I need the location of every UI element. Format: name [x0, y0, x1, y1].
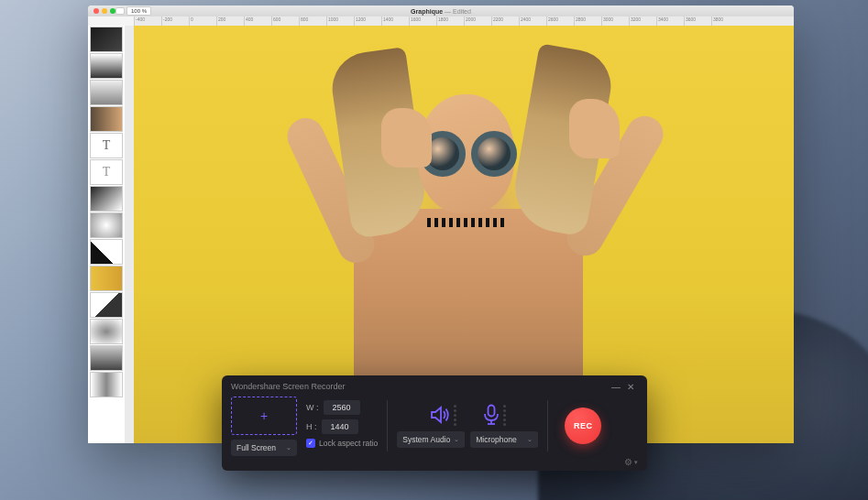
ruler-tick: 800: [299, 16, 326, 26]
chevron-down-icon: ⌄: [286, 444, 291, 451]
record-label: REC: [574, 421, 593, 430]
section-divider: [387, 400, 388, 451]
layer-thumbnail[interactable]: [90, 106, 123, 132]
ruler-tick: 3400: [656, 16, 684, 26]
view-mode-button[interactable]: [115, 7, 125, 15]
speaker-level-indicator: [454, 405, 456, 426]
capture-region-button[interactable]: +: [231, 397, 297, 435]
recorder-titlebar[interactable]: Wondershare Screen Recorder — ✕: [222, 375, 647, 397]
layer-thumbnail[interactable]: [90, 53, 123, 79]
vertical-ruler: [125, 26, 134, 443]
layer-thumbnail[interactable]: [90, 372, 123, 397]
layer-thumbnail[interactable]: [90, 27, 123, 52]
editor-titlebar: 100 % Graphique — Edited: [88, 5, 794, 16]
zoom-level[interactable]: 100 %: [126, 6, 151, 16]
height-label: H :: [306, 422, 317, 431]
layer-thumbnail-rail: T T: [88, 26, 125, 443]
microphone-icon: [482, 404, 500, 426]
record-button[interactable]: REC: [565, 408, 601, 444]
check-icon: ✓: [308, 440, 313, 447]
ruler-tick: 2800: [574, 16, 601, 26]
ruler-tick: 3800: [711, 16, 739, 26]
gear-icon: ⚙: [624, 457, 632, 467]
editor-mini-toolbar: 100 %: [115, 6, 151, 16]
window-close-button[interactable]: [93, 8, 99, 14]
ruler-tick: 2400: [519, 16, 546, 26]
chevron-down-icon: ⌄: [454, 436, 459, 443]
layer-thumbnail[interactable]: [90, 266, 123, 291]
recorder-close-button[interactable]: ✕: [623, 382, 638, 392]
ruler-tick: 600: [271, 16, 299, 26]
screen-recorder-panel: Wondershare Screen Recorder — ✕ + Full S…: [222, 375, 647, 471]
layer-thumbnail[interactable]: [90, 345, 123, 371]
width-input[interactable]: [324, 400, 360, 415]
plus-icon: +: [260, 408, 268, 423]
window-title: Graphique — Edited: [411, 8, 471, 15]
document-status: Edited: [453, 8, 471, 15]
document-name: Graphique: [411, 8, 443, 15]
horizontal-ruler: -400-20002004006008001000120014001600180…: [134, 16, 794, 26]
chevron-down-icon: ⌄: [527, 436, 533, 443]
ruler-tick: 3600: [684, 16, 711, 26]
ruler-tick: 1000: [326, 16, 354, 26]
layer-thumbnail[interactable]: [90, 212, 123, 238]
layer-thumbnail[interactable]: [90, 80, 123, 105]
height-input[interactable]: [322, 419, 358, 434]
microphone-select[interactable]: Microphone ⌄: [470, 431, 538, 448]
layer-thumbnail[interactable]: [90, 292, 123, 318]
ruler-tick: -400: [134, 16, 161, 26]
ruler-tick: -200: [161, 16, 189, 26]
ruler-tick: 2600: [546, 16, 574, 26]
ruler-tick: 1400: [381, 16, 409, 26]
lock-aspect-checkbox[interactable]: ✓: [306, 439, 315, 448]
ruler-tick: 3000: [601, 16, 629, 26]
speaker-icon: [429, 405, 451, 425]
lock-aspect-label: Lock aspect ratio: [319, 439, 378, 448]
ruler-tick: 2000: [464, 16, 491, 26]
window-minimize-button[interactable]: [102, 8, 107, 14]
section-divider: [547, 400, 548, 451]
layer-thumbnail[interactable]: [90, 239, 123, 265]
ruler-tick: 0: [189, 16, 216, 26]
system-audio-select[interactable]: System Audio ⌄: [397, 431, 465, 448]
ruler-tick: 400: [244, 16, 271, 26]
width-label: W :: [306, 403, 319, 412]
ruler-tick: 3200: [629, 16, 656, 26]
chevron-down-icon: ▾: [634, 459, 638, 466]
ruler-tick: 1200: [354, 16, 381, 26]
text-layer-thumbnail[interactable]: T: [90, 159, 123, 185]
layer-thumbnail[interactable]: [90, 319, 123, 344]
ruler-tick: 2200: [491, 16, 519, 26]
recorder-settings-button[interactable]: ⚙ ▾: [624, 457, 638, 467]
capture-preset-label: Full Screen: [236, 443, 276, 452]
recorder-title: Wondershare Screen Recorder: [231, 382, 345, 391]
capture-preset-select[interactable]: Full Screen ⌄: [231, 440, 297, 456]
svg-rect-0: [489, 406, 495, 417]
ruler-tick: 1800: [436, 16, 464, 26]
text-layer-thumbnail[interactable]: T: [90, 133, 123, 158]
layer-thumbnail[interactable]: [90, 186, 123, 212]
system-audio-label: System Audio: [402, 435, 450, 444]
ruler-tick: 1600: [409, 16, 436, 26]
ruler-tick: 200: [216, 16, 244, 26]
microphone-label: Microphone: [476, 435, 516, 444]
recorder-minimize-button[interactable]: —: [609, 382, 623, 392]
mic-level-indicator: [503, 405, 506, 426]
